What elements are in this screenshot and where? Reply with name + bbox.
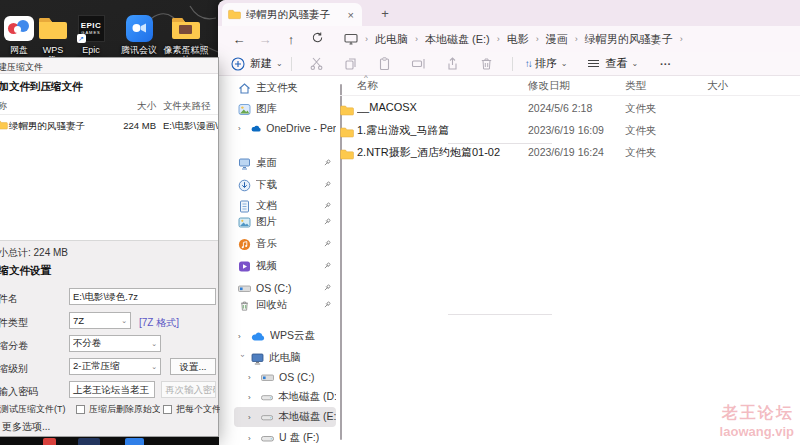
filename-input[interactable]: E:\电影\绿色.7z [69,288,216,305]
breadcrumb-separator: › [415,34,418,44]
more-icon: ··· [660,58,671,70]
delete-icon[interactable] [479,56,495,72]
chevron-right-icon[interactable]: › [238,124,246,133]
pin-icon [322,261,332,271]
chevron-right-icon[interactable]: › [248,413,256,422]
settings-button[interactable]: 设置... [170,358,216,375]
cut-icon[interactable] [309,56,325,72]
explorer-toolbar: 新建 ⌄ ↑↓ 排序 ⌄ 查看 ⌄ ··· [218,52,800,76]
chevron-right-icon[interactable]: › [248,434,256,443]
back-button[interactable]: ← [226,32,252,47]
sidebar-item-drive-c[interactable]: › OS (C:) [234,367,336,387]
rename-icon[interactable] [411,56,427,72]
view-button[interactable]: 查看 ⌄ [585,56,638,72]
test-archive-checkbox[interactable]: 测试压缩文件(T) [0,403,73,416]
breadcrumb-item-drive-e[interactable]: 本地磁盘 (E:) [425,32,490,47]
explorer-tab-bar: 绿帽男的风骚妻子 × + [218,0,800,26]
breadcrumb: › 此电脑 › 本地磁盘 (E:) › 电影 › 漫画 › 绿帽男的风骚妻子 › [344,32,683,47]
sidebar-item-downloads[interactable]: 下载 [224,175,336,195]
pin-icon [322,239,332,249]
breadcrumb-item-comics[interactable]: 漫画 [546,32,568,47]
column-header-name[interactable]: 名称 [357,79,378,93]
sidebar-item-music[interactable]: 音乐 [224,234,336,254]
sidebar-item-gallery[interactable]: 图库 [224,99,336,119]
taskbar[interactable] [0,437,219,445]
breadcrumb-item-current-folder[interactable]: 绿帽男的风骚妻子 [585,32,673,47]
desktop-icon-tencent-meeting[interactable]: 腾讯会议 [116,14,162,55]
sidebar-item-label: U 盘 (F:) [279,431,319,445]
sidebar-item-label: 视频 [256,259,277,273]
breadcrumb-separator: › [575,34,578,44]
level-select[interactable]: 2-正常压缩 ⌄ [69,358,161,375]
taskbar-app-icon[interactable] [78,438,100,445]
sidebar-item-pictures[interactable]: 图片 [224,212,336,232]
password-input[interactable]: 上老王论坛当老王 [69,381,155,398]
chevron-right-icon[interactable]: › [248,373,256,382]
breadcrumb-item-movies[interactable]: 电影 [507,32,529,47]
new-button[interactable]: 新建 ⌄ [230,56,283,72]
folder-icon [38,14,68,42]
dialog-column-size: 大小 [127,100,156,113]
dialog-title-bar[interactable]: 新建压缩文件 [0,58,218,74]
sidebar-item-wps-cloud[interactable]: › WPS云盘 [224,326,336,346]
sidebar-item-label: OS (C:) [279,371,315,383]
up-button[interactable]: ↑ [278,32,304,47]
sort-button[interactable]: ↑↓ 排序 ⌄ [525,56,568,71]
forward-button[interactable]: → [252,32,278,47]
file-row[interactable]: __MACOSX 2024/5/6 2:18 文件夹 [340,98,780,119]
sidebar-item-drive-f[interactable]: › U 盘 (F:) [234,428,336,445]
file-row[interactable]: 1.露出游戏_马路篇 2023/6/19 16:09 文件夹 [340,120,780,141]
sidebar-item-drive-d[interactable]: › 本地磁盘 (D:) [234,387,336,407]
sidebar-item-home[interactable]: 主文件夹 [224,78,336,98]
column-header-size[interactable]: 大小 [707,79,728,93]
copy-icon[interactable] [343,56,359,72]
breadcrumb-separator: › [680,34,683,44]
chevron-down-icon: ⌄ [561,59,568,68]
dialog-row-path: E:\电影\漫画\绿帽男的风骚妻子 [163,120,218,133]
tab-close-icon[interactable]: × [346,9,356,21]
sidebar-item-desktop[interactable]: 桌面 [224,153,336,173]
share-icon[interactable] [445,56,461,72]
level-label: 压缩级别 [0,362,28,376]
separate-archives-checkbox[interactable]: 把每个文件/ [163,403,220,416]
new-tab-button[interactable]: + [376,5,394,23]
dialog-file-row[interactable]: 绿帽男的风骚妻子 224 MB E:\电影\漫画\绿帽男的风骚妻子 [0,118,218,134]
breadcrumb-item-this-pc[interactable]: 此电脑 [375,32,408,47]
folder-icon [340,124,354,142]
sidebar-item-videos[interactable]: 视频 [224,256,336,276]
paste-icon[interactable] [377,56,393,72]
explorer-active-tab[interactable]: 绿帽男的风骚妻子 × [222,3,362,26]
file-date: 2023/6/19 16:09 [528,124,604,136]
tencent-meeting-icon [124,14,154,42]
taskbar-app-icon[interactable] [43,438,56,445]
sidebar-item-label: OneDrive - Personal [266,122,336,134]
password-confirm-input[interactable]: 再次输入密码 [161,381,216,398]
dialog-row-name: 绿帽男的风骚妻子 [9,120,85,133]
taskbar-app-icon[interactable] [125,438,144,445]
chevron-right-icon[interactable]: › [238,332,246,341]
filetype-select[interactable]: 7Z ⌄ [69,312,131,329]
more-options-button[interactable]: ··· [660,58,671,70]
volume-value: 不分卷 [73,337,151,350]
sidebar-item-label: 此电脑 [269,351,301,365]
column-header-type[interactable]: 类型 [625,79,646,93]
dialog-title: 新建压缩文件 [0,62,43,72]
sidebar-item-label: 本地磁盘 (D:) [278,390,336,404]
plus-circle-icon [230,56,246,72]
delete-after-checkbox[interactable]: 压缩后删除原始文件 [76,403,160,416]
sidebar-item-drive-e[interactable]: › 本地磁盘 (E:) [234,407,336,427]
breadcrumb-separator: › [365,34,368,44]
sidebar-item-onedrive[interactable]: › OneDrive - Personal [224,118,336,138]
column-header-date[interactable]: 修改日期 [528,79,570,93]
sidebar-item-this-pc[interactable]: › 此电脑 [224,348,336,368]
chevron-right-icon[interactable]: › [248,393,256,402]
format-link[interactable]: [7Z 格式] [139,316,179,330]
refresh-button[interactable] [304,31,330,47]
file-row[interactable]: 2.NTR摄影_酒店约炮篇01-02 2023/6/19 16:24 文件夹 [340,142,780,163]
file-name: __MACOSX [357,101,522,113]
volume-select[interactable]: 不分卷 ⌄ [69,335,161,352]
shortcut-arrow-icon: ↗ [77,34,86,43]
chevron-down-icon[interactable]: › [238,354,247,362]
more-options-link[interactable]: 更多选项... [2,420,50,434]
sidebar-item-recycle-bin[interactable]: 回收站 [224,295,336,315]
